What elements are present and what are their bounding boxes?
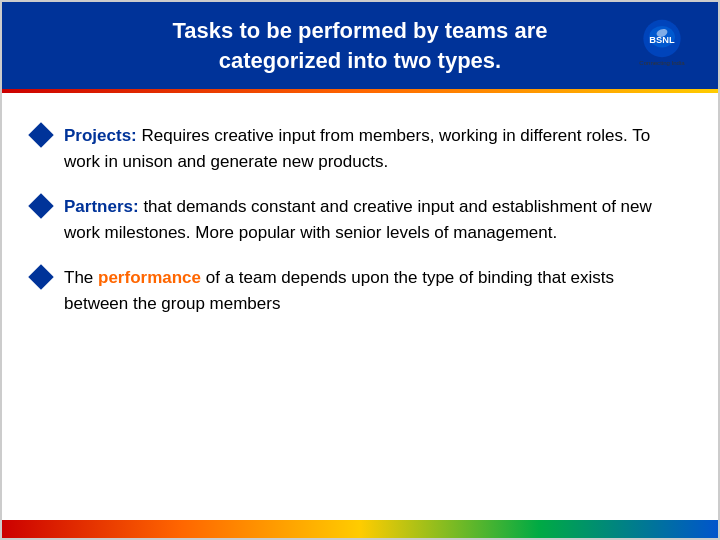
bsnl-logo-icon: BSNL Connecting India — [634, 18, 690, 74]
bullet-text-projects: Projects: Requires creative input from m… — [64, 123, 678, 174]
bullet-item-partners: Partners: that demands constant and crea… — [32, 194, 678, 245]
header: Tasks to be performed by teams are categ… — [2, 2, 718, 89]
projects-label: Projects: — [64, 126, 137, 145]
performance-prefix: The — [64, 268, 98, 287]
svg-text:Connecting India: Connecting India — [639, 59, 685, 65]
partners-text: that demands constant and creative input… — [64, 197, 652, 242]
footer-bar — [2, 520, 718, 538]
title-line1: Tasks to be performed by teams are — [173, 18, 548, 43]
bullet-diamond-icon — [28, 265, 53, 290]
title-line2: categorized into two types. — [219, 48, 501, 73]
projects-text: Requires creative input from members, wo… — [64, 126, 650, 171]
bullet-diamond-icon — [28, 123, 53, 148]
bullet-item-performance: The performance of a team depends upon t… — [32, 265, 678, 316]
performance-label: performance — [98, 268, 201, 287]
bullet-text-partners: Partners: that demands constant and crea… — [64, 194, 678, 245]
logo-area: BSNL Connecting India — [626, 18, 698, 74]
partners-label: Partners: — [64, 197, 139, 216]
svg-text:BSNL: BSNL — [649, 35, 675, 45]
slide: Tasks to be performed by teams are categ… — [0, 0, 720, 540]
content: Projects: Requires creative input from m… — [2, 93, 718, 520]
bullet-diamond-icon — [28, 194, 53, 219]
bullet-item-projects: Projects: Requires creative input from m… — [32, 123, 678, 174]
header-title: Tasks to be performed by teams are categ… — [94, 16, 626, 75]
bullet-text-performance: The performance of a team depends upon t… — [64, 265, 678, 316]
